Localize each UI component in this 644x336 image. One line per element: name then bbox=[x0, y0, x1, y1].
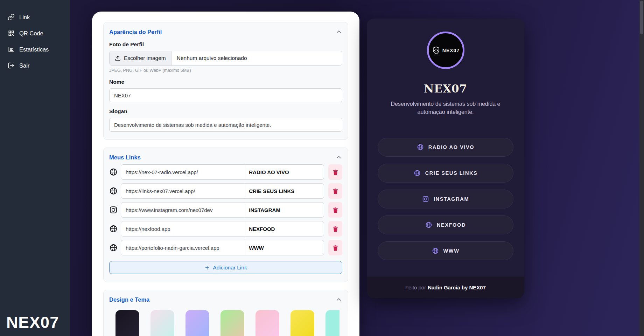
preview-link-button-www[interactable]: WWW bbox=[378, 241, 513, 260]
trash-icon bbox=[332, 169, 339, 176]
link-row-instagram bbox=[109, 202, 342, 218]
sidebar-item-label: Estatísticas bbox=[19, 46, 49, 53]
link-title-input[interactable] bbox=[244, 240, 324, 255]
avatar-text: NEX07 bbox=[442, 48, 460, 53]
file-format-hint: JPEG, PNG, GIF ou WebP (máximo 5MB) bbox=[109, 68, 342, 73]
link-type-icon bbox=[109, 244, 118, 252]
preview-footer: Feito por Nadin Garcia by NEX07 bbox=[367, 276, 524, 298]
preview-link-button-crie-seus-links[interactable]: CRIE SEUS LINKS bbox=[378, 164, 513, 183]
link-type-icon bbox=[109, 206, 118, 214]
design-theme-card: Design e Tema bbox=[103, 290, 348, 336]
choose-image-label: Escolher imagem bbox=[124, 55, 166, 61]
sidebar-item-icon bbox=[8, 46, 15, 53]
theme-swatch-pink-cyan[interactable] bbox=[150, 310, 174, 336]
scrollbar-thumb[interactable] bbox=[640, 1, 643, 34]
profile-avatar: NEX07 bbox=[427, 32, 464, 69]
design-card-header[interactable]: Design e Tema bbox=[109, 296, 342, 303]
sidebar-nav: Link QR Code Estatísticas Sair bbox=[0, 0, 70, 74]
preview-link-label: CRIE SEUS LINKS bbox=[425, 170, 478, 176]
link-url-input[interactable] bbox=[121, 164, 244, 180]
profile-card-header[interactable]: Aparência do Perfil bbox=[109, 28, 342, 35]
trash-icon bbox=[332, 245, 339, 251]
theme-swatch-row bbox=[115, 310, 340, 336]
footer-prefix: Feito por bbox=[405, 284, 426, 290]
photo-label: Foto de Perfil bbox=[109, 41, 342, 48]
theme-swatch-soft-pink[interactable] bbox=[255, 310, 279, 336]
links-card-header[interactable]: Meus Links bbox=[109, 154, 342, 161]
footer-credit: Nadin Garcia by NEX07 bbox=[428, 284, 486, 290]
delete-link-button[interactable] bbox=[328, 183, 342, 199]
name-input[interactable] bbox=[109, 88, 342, 102]
link-type-icon bbox=[109, 187, 118, 195]
sidebar-item-icon bbox=[8, 14, 15, 21]
trash-icon bbox=[332, 207, 339, 213]
theme-swatch-mint[interactable] bbox=[326, 310, 340, 336]
preview-link-buttons: RADIO AO VIVO CRIE SEUS LINKS INSTAGRAM … bbox=[378, 138, 513, 260]
link-title-input[interactable] bbox=[244, 221, 324, 236]
profile-appearance-card: Aparência do Perfil Foto de Perfil Escol… bbox=[103, 22, 348, 140]
name-label: Nome bbox=[109, 79, 342, 85]
delete-link-button[interactable] bbox=[328, 164, 342, 180]
sidebar-item-label: QR Code bbox=[19, 30, 43, 37]
link-row-www bbox=[109, 240, 342, 255]
choose-image-button[interactable]: Escolher imagem bbox=[110, 51, 172, 65]
sidebar-item-link[interactable]: Link bbox=[0, 9, 70, 25]
upload-icon bbox=[115, 55, 121, 61]
add-link-label: Adicionar Link bbox=[213, 265, 247, 271]
link-title-input[interactable] bbox=[244, 202, 324, 218]
link-url-input[interactable] bbox=[121, 221, 244, 236]
sidebar-item-qr-code[interactable]: QR Code bbox=[0, 25, 70, 41]
add-link-button[interactable]: Adicionar Link bbox=[109, 261, 342, 274]
preview-profile-slogan: Desenvolvimento de sistemas sob medida e… bbox=[384, 100, 507, 116]
sidebar-item-label: Link bbox=[19, 14, 30, 21]
preview-profile-name: NEX07 bbox=[424, 82, 467, 95]
my-links-card: Meus Links bbox=[103, 148, 348, 282]
chevron-up-icon[interactable] bbox=[335, 296, 342, 303]
delete-link-button[interactable] bbox=[328, 240, 342, 255]
link-title-input[interactable] bbox=[244, 183, 324, 199]
link-type-icon bbox=[109, 225, 118, 233]
sidebar-item-label: Sair bbox=[19, 62, 29, 69]
delete-link-button[interactable] bbox=[328, 221, 342, 236]
link-url-input[interactable] bbox=[121, 240, 244, 255]
sidebar-item-sair[interactable]: Sair bbox=[0, 57, 70, 74]
links-list bbox=[109, 164, 342, 255]
plus-icon bbox=[204, 265, 210, 270]
preview-link-icon bbox=[417, 144, 424, 151]
preview-link-button-instagram[interactable]: INSTAGRAM bbox=[378, 190, 513, 208]
shield-code-icon bbox=[432, 46, 441, 55]
preview-link-label: INSTAGRAM bbox=[434, 196, 469, 202]
preview-link-button-radio-ao-vivo[interactable]: RADIO AO VIVO bbox=[378, 138, 513, 157]
preview-link-label: NEXFOOD bbox=[437, 222, 466, 228]
delete-link-button[interactable] bbox=[328, 202, 342, 218]
file-status-text: Nenhum arquivo selecionado bbox=[172, 51, 252, 65]
link-url-input[interactable] bbox=[121, 202, 244, 218]
preview-link-icon bbox=[432, 247, 439, 254]
theme-swatch-green-peach[interactable] bbox=[220, 310, 244, 336]
link-title-input[interactable] bbox=[244, 164, 324, 180]
profile-photo-file-input: Escolher imagem Nenhum arquivo seleciona… bbox=[109, 51, 342, 66]
theme-swatch-yellow[interactable] bbox=[290, 310, 314, 336]
editor-panel: Aparência do Perfil Foto de Perfil Escol… bbox=[92, 12, 359, 336]
link-row-crie-seus-links bbox=[109, 183, 342, 199]
preview-link-icon bbox=[422, 196, 429, 203]
theme-swatch-dark[interactable] bbox=[115, 310, 139, 336]
sidebar: Link QR Code Estatísticas Sair NEX07 bbox=[0, 0, 70, 336]
links-card-title: Meus Links bbox=[109, 154, 141, 161]
page-scrollbar[interactable] bbox=[639, 0, 644, 336]
sidebar-item-estat-sticas[interactable]: Estatísticas bbox=[0, 41, 70, 57]
link-row-nexfood bbox=[109, 221, 342, 236]
chevron-up-icon[interactable] bbox=[335, 154, 342, 161]
preview-link-button-nexfood[interactable]: NEXFOOD bbox=[378, 215, 513, 234]
preview-panel: NEX07 NEX07 Desenvolvimento de sistemas … bbox=[367, 19, 524, 298]
link-url-input[interactable] bbox=[121, 183, 244, 199]
design-card-title: Design e Tema bbox=[109, 296, 149, 303]
chevron-up-icon[interactable] bbox=[335, 28, 342, 35]
theme-swatch-lavender-blue[interactable] bbox=[186, 310, 209, 336]
trash-icon bbox=[332, 188, 339, 194]
sidebar-item-icon bbox=[8, 30, 15, 37]
slogan-input[interactable] bbox=[109, 118, 342, 132]
preview-link-icon bbox=[414, 170, 421, 177]
trash-icon bbox=[332, 226, 339, 232]
preview-link-icon bbox=[425, 221, 432, 228]
